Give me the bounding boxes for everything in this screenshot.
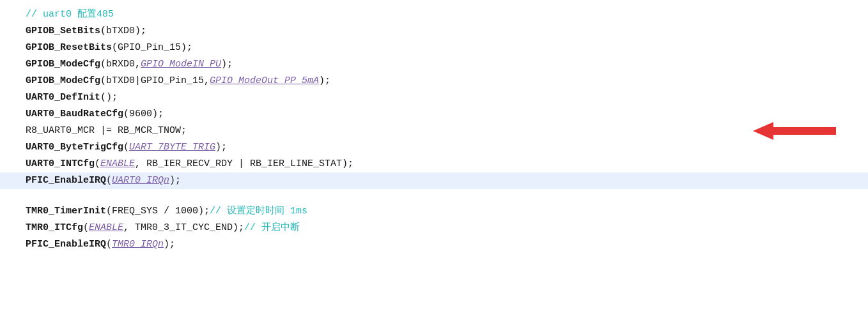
code-line: PFIC_EnableIRQ(TMR0_IRQn); xyxy=(0,236,868,253)
code-token: GPIO_ModeOut_PP_5mA xyxy=(210,73,319,89)
code-text: GPIOB_ModeCfg(bTXD0|GPIO_Pin_15, GPIO_Mo… xyxy=(26,73,330,89)
code-line: TMR0_ITCfg(ENABLE, TMR0_3_IT_CYC_END); /… xyxy=(0,220,868,236)
code-line: UART0_ByteTrigCfg(UART_7BYTE_TRIG); xyxy=(0,139,868,156)
code-token: TMR0_ITCfg xyxy=(26,220,83,236)
code-text: R8_UART0_MCR |= RB_MCR_TNOW; xyxy=(26,123,187,139)
code-line: GPIOB_ResetBits(GPIO_Pin_15); xyxy=(0,40,868,56)
code-token: UART_7BYTE_TRIG xyxy=(129,140,215,155)
code-line: GPIOB_ModeCfg(bTXD0|GPIO_Pin_15, GPIO_Mo… xyxy=(0,73,868,89)
code-token: (bTXD0); xyxy=(100,24,146,39)
code-text: UART0_ByteTrigCfg(UART_7BYTE_TRIG); xyxy=(26,140,227,155)
svg-marker-0 xyxy=(753,122,836,140)
code-text: GPIOB_ModeCfg(bRXD0, GPIO_ModeIN_PU); xyxy=(26,57,233,72)
code-line xyxy=(0,189,868,203)
code-text: // uart0 配置485 xyxy=(26,7,114,22)
code-text: GPIOB_SetBits(bTXD0); xyxy=(26,24,146,39)
code-token: ( xyxy=(123,140,129,155)
code-token: ); xyxy=(221,57,233,72)
code-token: ( xyxy=(95,157,100,172)
code-text: UART0_BaudRateCfg(9600); xyxy=(26,107,164,122)
code-token: // uart0 配置485 xyxy=(26,7,114,22)
code-line: GPIOB_ModeCfg(bRXD0, GPIO_ModeIN_PU); xyxy=(0,56,868,73)
code-line: UART0_DefInit(); xyxy=(0,89,868,106)
code-line: UART0_INTCfg(ENABLE, RB_IER_RECV_RDY | R… xyxy=(0,156,868,172)
code-token: GPIOB_ModeCfg xyxy=(26,57,100,72)
code-token: (bRXD0, xyxy=(100,57,141,72)
code-token: GPIO_ModeIN_PU xyxy=(141,57,221,72)
code-token: (bTXD0|GPIO_Pin_15, xyxy=(100,73,210,89)
code-token: ); xyxy=(319,73,330,89)
code-token: ENABLE xyxy=(100,157,135,172)
code-line: UART0_BaudRateCfg(9600); xyxy=(0,106,868,123)
code-token: PFIC_EnableIRQ xyxy=(26,173,106,188)
code-token: ); xyxy=(169,173,181,188)
code-token: TMR0_TimerInit xyxy=(26,204,106,219)
code-token: ); xyxy=(215,140,227,155)
code-token: R8_UART0_MCR |= RB_MCR_TNOW; xyxy=(26,123,187,139)
code-token: PFIC_EnableIRQ xyxy=(26,237,106,252)
code-text: UART0_INTCfg(ENABLE, RB_IER_RECV_RDY | R… xyxy=(26,157,353,172)
code-token: (FREQ_SYS / 1000); xyxy=(106,204,210,219)
code-token: , RB_IER_RECV_RDY | RB_IER_LINE_STAT); xyxy=(135,157,353,172)
code-token: GPIOB_ModeCfg xyxy=(26,73,100,89)
code-token: UART0_DefInit xyxy=(26,90,100,105)
code-line: TMR0_TimerInit(FREQ_SYS / 1000); // 设置定时… xyxy=(0,203,868,220)
code-token: // 设置定时时间 1ms xyxy=(210,204,307,219)
code-token: ( xyxy=(83,220,89,236)
code-token: ( xyxy=(106,237,112,252)
code-line: // uart0 配置485 xyxy=(0,6,868,23)
code-token: // 开启中断 xyxy=(244,220,300,236)
code-line: R8_UART0_MCR |= RB_MCR_TNOW; xyxy=(0,123,868,139)
code-token: (9600); xyxy=(123,107,164,122)
code-text: TMR0_ITCfg(ENABLE, TMR0_3_IT_CYC_END); /… xyxy=(26,220,300,236)
code-line: PFIC_EnableIRQ(UART0_IRQn); xyxy=(0,172,868,189)
code-text: PFIC_EnableIRQ(TMR0_IRQn); xyxy=(26,237,175,252)
code-token: GPIOB_SetBits xyxy=(26,24,100,39)
code-line: GPIOB_SetBits(bTXD0); xyxy=(0,23,868,40)
code-token: UART0_BaudRateCfg xyxy=(26,107,123,122)
code-token: (); xyxy=(100,90,118,105)
code-token: ( xyxy=(106,173,112,188)
code-token: ); xyxy=(164,237,175,252)
code-editor: // uart0 配置485GPIOB_SetBits(bTXD0);GPIOB… xyxy=(0,0,868,336)
code-token: UART0_IRQn xyxy=(112,173,169,188)
code-text: UART0_DefInit(); xyxy=(26,90,118,105)
code-token: UART0_ByteTrigCfg xyxy=(26,140,123,155)
code-text: GPIOB_ResetBits(GPIO_Pin_15); xyxy=(26,40,192,56)
code-token: UART0_INTCfg xyxy=(26,157,95,172)
code-token: , TMR0_3_IT_CYC_END); xyxy=(123,220,244,236)
code-token: GPIOB_ResetBits xyxy=(26,40,112,56)
code-token: (GPIO_Pin_15); xyxy=(112,40,192,56)
code-text: TMR0_TimerInit(FREQ_SYS / 1000); // 设置定时… xyxy=(26,204,307,219)
code-text: PFIC_EnableIRQ(UART0_IRQn); xyxy=(26,173,181,188)
code-token: TMR0_IRQn xyxy=(112,237,164,252)
code-token: ENABLE xyxy=(89,220,123,236)
